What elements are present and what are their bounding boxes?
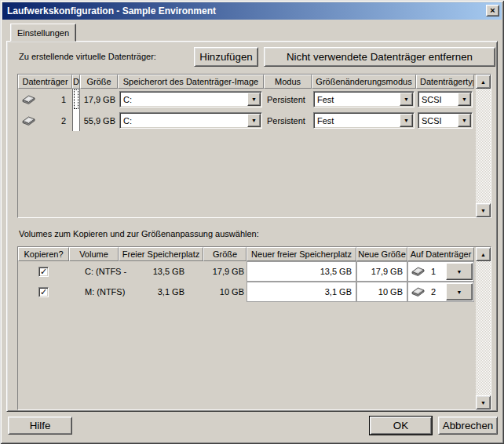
chevron-down-icon[interactable]: ▼ [446, 263, 473, 280]
volumes-header: Kopieren? Volume Freier Speicherplatz Gr… [18, 247, 491, 261]
scrollbar-track[interactable] [476, 89, 491, 203]
col-datentraegertyp[interactable]: Datenträgertyp [416, 75, 474, 89]
disk-1-size: 17,9 GB [80, 89, 118, 110]
col-neuer-freier-speicherplatz[interactable]: Neuer freier Speicherplatz [247, 247, 356, 261]
scroll-up-button[interactable]: ▲ [476, 247, 491, 261]
disk-number: 1 [61, 95, 66, 104]
volumes-label: Volumes zum Kopieren und zur Größenanpas… [19, 229, 259, 238]
disk-2-cell: 2 [18, 110, 72, 131]
chevron-down-icon[interactable]: ▼ [247, 93, 261, 106]
disk-1-mode: Persistent [264, 89, 312, 110]
volume-2-new-size-field[interactable]: 10 GB [356, 282, 407, 302]
chevron-down-icon[interactable]: ▼ [446, 283, 473, 300]
disk-row-1: 1 17,9 GB C: ▼ Persistent Fest ▼ SCSI [18, 89, 491, 110]
volume-2-size: 10 GB [203, 282, 247, 302]
volume-1-copy-cell: ✓ [18, 261, 69, 282]
disk-2-resizemode-cell: Fest ▼ [312, 110, 416, 131]
volume-2-target-disk-combobox[interactable]: 2 ▼ [407, 282, 474, 302]
cancel-button[interactable]: Abbrechen [438, 417, 498, 435]
disk-1-cell: 1 [18, 89, 72, 110]
tab-einstellungen[interactable]: Einstellungen [10, 24, 76, 42]
help-button[interactable]: Hilfe [8, 417, 72, 435]
arrow-up-icon: ▲ [480, 252, 486, 257]
focus-rect [74, 89, 79, 109]
add-disk-button[interactable]: Hinzufügen [194, 47, 258, 67]
chevron-down-icon[interactable]: ▼ [458, 93, 471, 106]
col-auf-datentraeger[interactable]: Auf Datenträger [407, 247, 474, 261]
col-d[interactable]: D [72, 75, 80, 89]
disk-icon [22, 116, 35, 126]
col-modus[interactable]: Modus [264, 75, 312, 89]
scroll-down-button[interactable]: ▼ [476, 203, 491, 217]
col-neue-groesse[interactable]: Neue Größe [356, 247, 407, 261]
col-kopieren[interactable]: Kopieren? [18, 247, 69, 261]
disk-1-d-cell[interactable] [72, 89, 80, 110]
volumes-grid: Kopieren? Volume Freier Speicherplatz Gr… [17, 246, 491, 410]
volumes-scrollbar[interactable]: ▲ ▼ [476, 247, 491, 409]
arrow-down-icon: ▼ [480, 208, 486, 213]
chevron-down-icon[interactable]: ▼ [400, 93, 413, 106]
remove-unused-disks-button[interactable]: Nicht verwendete Datenträger entfernen [264, 47, 495, 67]
volume-1-new-size-field[interactable]: 17,9 GB [356, 261, 407, 282]
close-icon: × [490, 6, 495, 15]
col-datentraeger[interactable]: Datenträger [18, 75, 72, 89]
volume-row-2: ✓ M: (NTFS) 3,1 GB 10 GB 3,1 GB 10 GB 2 … [18, 282, 491, 302]
titlebar: Laufwerkskonfiguration - Sample Environm… [2, 2, 502, 20]
col-groesse2[interactable]: Größe [203, 247, 247, 261]
chevron-down-icon[interactable]: ▼ [458, 114, 471, 127]
check-icon: ✓ [40, 288, 47, 297]
disk-icon [22, 95, 35, 104]
scrollbar-track[interactable] [476, 261, 491, 395]
tab-label: Einstellungen [17, 28, 69, 38]
col-groesse[interactable]: Größe [80, 75, 118, 89]
col-freier-speicherplatz[interactable]: Freier Speicherplatz [119, 247, 203, 261]
volume-2-new-free-field[interactable]: 3,1 GB [247, 282, 356, 302]
disk-1-type-cell: SCSI ▼ [416, 89, 474, 110]
volume-1-new-free-field[interactable]: 13,5 GB [247, 261, 356, 282]
arrow-up-icon: ▲ [480, 79, 486, 85]
volume-1-free: 13,5 GB [119, 261, 203, 282]
scroll-down-button[interactable]: ▼ [476, 395, 491, 409]
arrow-down-icon: ▼ [480, 400, 486, 406]
col-volume[interactable]: Volume [69, 247, 119, 261]
chevron-down-icon[interactable]: ▼ [400, 114, 413, 127]
col-groessenaenderungsmodus[interactable]: Größenänderungsmodus [312, 75, 416, 89]
virtual-disks-grid: Datenträger D Größe Speicherort des Date… [17, 74, 491, 218]
volume-1-copy-checkbox[interactable]: ✓ [38, 267, 49, 277]
disk-1-location-cell: C: ▼ [118, 89, 264, 110]
drive-configuration-dialog: Laufwerkskonfiguration - Sample Environm… [0, 0, 504, 444]
disk-2-mode: Persistent [264, 110, 312, 131]
ok-button[interactable]: OK [370, 417, 432, 435]
volume-1-size: 17,9 GB [203, 261, 247, 282]
disk-2-size: 55,9 GB [80, 110, 118, 131]
chevron-down-icon[interactable]: ▼ [247, 114, 261, 127]
disk-icon [411, 267, 425, 276]
volume-1-target-disk-combobox[interactable]: 1 ▼ [407, 261, 474, 282]
col-speicherort[interactable]: Speicherort des Datenträger-Image [118, 75, 264, 89]
close-button[interactable]: × [486, 5, 499, 16]
volume-2-copy-checkbox[interactable]: ✓ [38, 287, 49, 297]
disk-2-resizemode-combobox[interactable]: Fest ▼ [313, 112, 415, 129]
volume-2-name: M: (NTFS) [69, 282, 119, 302]
virtual-disks-label: Zu erstellende virtuelle Datenträger: [19, 52, 156, 61]
virtual-disks-header: Datenträger D Größe Speicherort des Date… [18, 75, 491, 89]
disk-1-resizemode-combobox[interactable]: Fest ▼ [313, 91, 415, 107]
window-title: Laufwerkskonfiguration - Sample Environm… [7, 5, 216, 16]
target-disk-number: 2 [431, 287, 436, 297]
target-disk-number: 1 [431, 267, 436, 276]
volume-row-1: ✓ C: (NTFS - 13,5 GB 17,9 GB 13,5 GB 17,… [18, 261, 491, 282]
disk-row-2: 2 55,9 GB C: ▼ Persistent Fest ▼ SCSI [18, 110, 491, 131]
disk-2-type-cell: SCSI ▼ [416, 110, 474, 131]
disk-2-location-combobox[interactable]: C: ▼ [119, 112, 262, 129]
disk-1-location-combobox[interactable]: C: ▼ [119, 91, 262, 107]
volume-2-copy-cell: ✓ [18, 282, 69, 302]
scroll-up-button[interactable]: ▲ [476, 75, 491, 89]
disk-number: 2 [61, 116, 66, 126]
disk-2-d-cell[interactable] [72, 110, 80, 131]
volume-1-name: C: (NTFS - [69, 261, 119, 282]
disk-icon [411, 287, 425, 297]
virtual-disks-scrollbar[interactable]: ▲ ▼ [476, 75, 491, 217]
disk-2-type-combobox[interactable]: SCSI ▼ [418, 112, 473, 129]
volume-2-free: 3,1 GB [119, 282, 203, 302]
disk-1-type-combobox[interactable]: SCSI ▼ [418, 91, 473, 107]
